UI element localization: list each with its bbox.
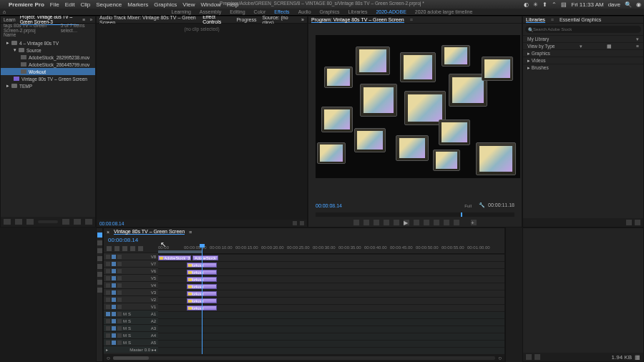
- library-picker[interactable]: My Library▾: [523, 35, 643, 42]
- lift-button[interactable]: [434, 220, 439, 225]
- ws-effects[interactable]: Effects: [274, 9, 289, 14]
- library-search-input[interactable]: 🔍 Search Adobe Stock: [525, 26, 641, 33]
- bin-row[interactable]: ▸TEMP: [1, 82, 95, 89]
- ws-custom2[interactable]: 2020 adobe large timeline: [415, 9, 473, 14]
- new-bin-icon[interactable]: [62, 219, 69, 225]
- add-asset-icon[interactable]: [626, 220, 632, 225]
- lib-section[interactable]: ▸ Brushes: [523, 64, 643, 71]
- home-icon[interactable]: ⌂: [3, 9, 6, 14]
- scrollbar-thumb[interactable]: [113, 356, 149, 360]
- settings-icon[interactable]: [130, 246, 135, 251]
- program-mini-timeline[interactable]: [316, 212, 514, 217]
- clock[interactable]: Fri 11:33 AM: [571, 1, 603, 8]
- track-header-v5[interactable]: V5: [104, 274, 158, 281]
- lib-section[interactable]: ▸ Graphics: [523, 49, 643, 57]
- flag-icon[interactable]: ▤: [561, 1, 567, 8]
- timeline-scrollbar[interactable]: [113, 356, 495, 360]
- wifi-icon[interactable]: ⌃: [552, 1, 557, 8]
- program-timecode[interactable]: 00:00:08.14: [316, 203, 342, 208]
- export-frame-button[interactable]: [454, 220, 459, 225]
- menu-file[interactable]: File: [50, 1, 59, 8]
- new-item-icon[interactable]: [74, 219, 81, 225]
- bin-row[interactable]: Vintage 80s TV – Green Screen: [1, 75, 95, 82]
- tab-learn[interactable]: Learn: [4, 17, 16, 22]
- step-back-button[interactable]: [394, 220, 399, 225]
- track-header-a2[interactable]: MSA2: [104, 317, 158, 324]
- lib-section[interactable]: ▸ Videos: [523, 57, 643, 64]
- trash-icon[interactable]: [635, 220, 640, 225]
- play-button[interactable]: ▶: [404, 220, 409, 225]
- menu-markers[interactable]: Markers: [127, 1, 148, 8]
- playhead[interactable]: [202, 244, 203, 354]
- menu-graphics[interactable]: Graphics: [154, 1, 177, 8]
- ws-custom1[interactable]: 2020-ADOBE: [376, 9, 406, 14]
- siri-icon[interactable]: ◉: [636, 1, 641, 8]
- list-view-icon[interactable]: [4, 219, 11, 225]
- zoom-slider[interactable]: [38, 220, 58, 223]
- tab-libraries[interactable]: Libraries: [526, 17, 545, 23]
- hand-tool[interactable]: [97, 280, 102, 285]
- menu-view[interactable]: View: [182, 1, 195, 8]
- grid-view-icon[interactable]: ▦: [607, 44, 612, 49]
- pen-tool[interactable]: [97, 272, 102, 277]
- bin-row[interactable]: AdobeStock_286445799.mov: [1, 61, 95, 68]
- track-header-a5[interactable]: MSA5: [104, 338, 158, 346]
- tab-program[interactable]: Program: Vintage 80s TV – Green Screen: [311, 17, 404, 23]
- marker-icon[interactable]: [122, 246, 127, 251]
- menu-clip[interactable]: Clip: [81, 1, 91, 8]
- clip[interactable]: AdobeStock_282995…: [192, 255, 218, 260]
- search-icon[interactable]: 🔍: [625, 1, 632, 8]
- track-select-tool[interactable]: [97, 240, 102, 245]
- app-name[interactable]: Premiere Pro: [9, 1, 44, 8]
- menu-sequence[interactable]: Sequence: [96, 1, 122, 8]
- menubar-icon[interactable]: ⬆: [542, 1, 547, 8]
- menu-window[interactable]: Window: [200, 1, 220, 8]
- add-folder-icon[interactable]: [526, 354, 532, 360]
- track-header-a1[interactable]: MSA1: [104, 310, 158, 317]
- slip-tool[interactable]: [97, 264, 102, 269]
- menu-edit[interactable]: Edit: [65, 1, 75, 8]
- program-video[interactable]: [316, 35, 520, 178]
- track-header-a4[interactable]: MSA4: [104, 331, 158, 338]
- trash-icon[interactable]: [85, 219, 92, 225]
- trash-icon[interactable]: [535, 354, 540, 360]
- bin-row[interactable]: AdobeStock_282995238.mov: [1, 54, 95, 61]
- freeform-view-icon[interactable]: [26, 219, 34, 225]
- type-tool[interactable]: [97, 288, 102, 293]
- step-fwd-button[interactable]: [414, 220, 419, 225]
- mark-out-button[interactable]: [374, 220, 379, 225]
- ws-editing[interactable]: Editing: [230, 9, 245, 14]
- track-header-a3[interactable]: MSA3: [104, 324, 158, 331]
- button-editor-icon[interactable]: +: [471, 220, 477, 225]
- timeline-timecode[interactable]: 00:00:08.14: [108, 237, 138, 243]
- track-header-v7[interactable]: V7: [104, 260, 158, 267]
- snap-icon[interactable]: [107, 246, 112, 251]
- panel-menu-icon[interactable]: »: [89, 17, 92, 22]
- menubar-icon[interactable]: ✳: [533, 1, 538, 8]
- goto-in-button[interactable]: [384, 220, 389, 225]
- zoom-out-icon[interactable]: ○: [107, 355, 110, 361]
- bin-row-selected[interactable]: Workout: [1, 68, 95, 75]
- work-area-bar[interactable]: [158, 250, 203, 253]
- ws-graphics[interactable]: Graphics: [320, 9, 340, 14]
- bin-row[interactable]: ▸4 – Vintage 80s TV: [1, 39, 95, 47]
- razor-tool[interactable]: [97, 256, 102, 261]
- icon-view-icon[interactable]: [15, 219, 22, 225]
- close-tab-icon[interactable]: ≡: [410, 17, 413, 22]
- close-tab-icon[interactable]: ≡: [83, 17, 86, 22]
- clip[interactable]: fx AdobeStock_2868…: [158, 255, 191, 260]
- playhead-icon[interactable]: [461, 212, 462, 217]
- list-view-icon[interactable]: ≡: [636, 44, 639, 49]
- tab-essential-graphics[interactable]: Essential Graphics: [560, 17, 601, 22]
- sequence-tab[interactable]: Vintage 80s TV – Green Screen: [114, 229, 185, 235]
- timeline-tracks[interactable]: 00:00 00:00:05.00 00:00:10.00 00:00:15.0…: [158, 244, 504, 354]
- ws-learning[interactable]: Learning: [172, 9, 191, 14]
- ws-libraries[interactable]: Libraries: [348, 9, 368, 14]
- panel-menu-icon[interactable]: »: [301, 17, 304, 22]
- linked-sel-icon[interactable]: [114, 246, 119, 251]
- selection-tool[interactable]: [97, 233, 102, 238]
- mark-in-button[interactable]: [364, 220, 369, 225]
- source-btn[interactable]: [293, 221, 297, 225]
- audio-meters[interactable]: [505, 228, 522, 362]
- track-header-v8[interactable]: V8: [104, 253, 158, 260]
